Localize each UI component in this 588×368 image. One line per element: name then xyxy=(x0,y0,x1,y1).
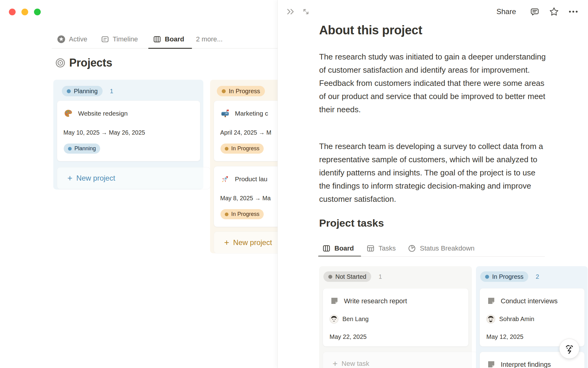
side-peek-panel: Share About this project The research st… xyxy=(277,0,588,368)
status-dot xyxy=(222,89,226,93)
column-status-pill[interactable]: In Progress xyxy=(480,271,528,282)
card-title: Website redesign xyxy=(78,110,128,117)
card-date: May 22, 2025 xyxy=(330,333,367,340)
pie-chart-icon xyxy=(408,244,416,253)
assignee-name: Sohrab Amin xyxy=(499,316,534,323)
task-column-not-started: Not Started 1 Write research report xyxy=(319,266,472,368)
tab-active[interactable]: Active xyxy=(57,34,87,45)
card-status-tag: In Progress xyxy=(221,144,264,154)
project-card-website-redesign[interactable]: Website redesign May 10, 2025 → May 26, … xyxy=(57,101,200,161)
notion-ai-button[interactable] xyxy=(559,339,579,359)
status-dot xyxy=(225,147,228,151)
status-dot xyxy=(485,275,489,279)
tab-divider xyxy=(318,256,545,257)
favorite-star-icon[interactable] xyxy=(548,6,560,17)
tasks-tab-tasks[interactable]: Tasks xyxy=(366,243,396,254)
new-project-button[interactable]: + New project xyxy=(57,167,210,189)
board-icon xyxy=(322,244,331,253)
rocket-icon xyxy=(221,174,230,184)
task-card-conduct-interviews[interactable]: Conduct interviews Sohrab Amin May 12, 2… xyxy=(480,288,585,347)
card-title: Product lau xyxy=(235,175,267,183)
app-window: Active Timeline Board 2 more... xyxy=(0,0,588,368)
card-status-tag: Planning xyxy=(64,144,100,154)
tab-more-views[interactable]: 2 more... xyxy=(196,34,223,45)
card-status-tag: In Progress xyxy=(221,209,264,219)
status-dot xyxy=(328,275,332,279)
table-icon xyxy=(366,244,375,253)
page-title[interactable]: Projects xyxy=(69,56,112,69)
window-controls xyxy=(9,9,41,15)
column-count: 1 xyxy=(379,273,382,280)
view-tab-bar: Active Timeline Board 2 more... xyxy=(52,31,277,48)
database-title-row: Projects xyxy=(55,56,112,69)
card-title: Marketing c xyxy=(235,110,268,117)
new-task-button[interactable]: + New task xyxy=(323,352,478,368)
close-window-button[interactable] xyxy=(9,9,16,15)
expand-page-icon[interactable] xyxy=(301,7,311,17)
tab-label: Timeline xyxy=(113,35,138,43)
palette-icon xyxy=(64,109,73,118)
share-button[interactable]: Share xyxy=(496,7,516,16)
card-date-range: May 10, 2025 → May 26, 2025 xyxy=(63,129,145,136)
tasks-tab-board[interactable]: Board xyxy=(322,243,354,254)
minimize-window-button[interactable] xyxy=(21,9,28,15)
collapse-panel-icon[interactable] xyxy=(286,7,296,17)
board-icon xyxy=(153,35,161,44)
project-tasks-heading[interactable]: Project tasks xyxy=(319,217,384,229)
plus-icon: + xyxy=(224,238,229,247)
plus-icon: + xyxy=(333,359,337,368)
assignee-avatar xyxy=(486,315,495,324)
task-card-write-research-report[interactable]: Write research report Ben Lang May 22, 2… xyxy=(323,288,469,347)
more-options-icon[interactable] xyxy=(568,9,579,15)
tab-label: Board xyxy=(165,35,184,43)
card-date-range: May 8, 2025 → Ma xyxy=(220,195,271,202)
status-dot xyxy=(68,147,72,151)
column-count: 1 xyxy=(110,88,113,95)
tasks-tab-status-breakdown[interactable]: Status Breakdown xyxy=(408,243,475,254)
comments-icon[interactable] xyxy=(530,7,540,17)
active-tab-underline xyxy=(148,48,192,49)
page-icon xyxy=(487,297,496,306)
card-title: Interpret findings xyxy=(501,361,551,368)
card-title: Write research report xyxy=(344,297,407,305)
page-icon xyxy=(487,360,496,368)
about-paragraph-2[interactable]: The research team is developing a survey… xyxy=(319,140,546,206)
zoom-window-button[interactable] xyxy=(34,9,41,15)
column-status-pill[interactable]: In Progress xyxy=(217,86,265,96)
tab-board[interactable]: Board xyxy=(153,34,184,45)
timeline-icon xyxy=(101,35,109,44)
card-title: Conduct interviews xyxy=(501,297,558,305)
about-heading[interactable]: About this project xyxy=(319,23,422,37)
bullseye-icon xyxy=(55,58,66,68)
card-date: May 12, 2025 xyxy=(486,333,523,340)
tab-timeline[interactable]: Timeline xyxy=(101,34,138,45)
tab-label: Active xyxy=(69,35,87,43)
card-date-range: April 24, 2025 → M xyxy=(220,129,271,136)
status-dot xyxy=(67,89,71,93)
plus-icon: + xyxy=(67,174,72,182)
status-dot xyxy=(225,213,228,216)
board-column-planning: Planning 1 Website redesign May 10, 2025… xyxy=(53,80,203,190)
column-count: 2 xyxy=(536,273,539,280)
about-paragraph-1[interactable]: The research study was initiated to gain… xyxy=(319,50,546,116)
page-icon xyxy=(330,297,339,306)
ai-face-icon xyxy=(563,342,576,355)
column-status-pill[interactable]: Planning xyxy=(62,86,103,96)
star-circle-icon xyxy=(57,35,66,44)
tab-label: 2 more... xyxy=(196,35,223,43)
column-status-pill[interactable]: Not Started xyxy=(323,271,371,282)
mailbox-icon xyxy=(221,109,230,118)
assignee-name: Ben Lang xyxy=(342,316,369,323)
assignee-avatar xyxy=(330,315,338,324)
